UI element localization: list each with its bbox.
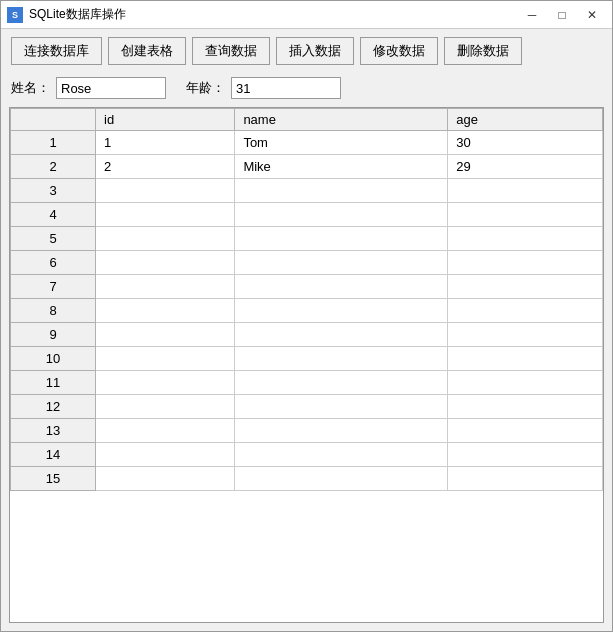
row-number: 12 xyxy=(11,395,96,419)
cell-id xyxy=(96,227,235,251)
cell-age xyxy=(448,275,603,299)
cell-id xyxy=(96,275,235,299)
cell-age xyxy=(448,467,603,491)
table-row: 12 xyxy=(11,395,603,419)
cell-id xyxy=(96,347,235,371)
create-table-button[interactable]: 创建表格 xyxy=(108,37,186,65)
row-number: 2 xyxy=(11,155,96,179)
cell-age xyxy=(448,179,603,203)
cell-id xyxy=(96,395,235,419)
row-number: 1 xyxy=(11,131,96,155)
main-window: S SQLite数据库操作 ─ □ ✕ 连接数据库 创建表格 查询数据 插入数据… xyxy=(0,0,613,632)
row-number: 3 xyxy=(11,179,96,203)
data-table-container: id name age 1 1 Tom 30 2 2 Mike 29 3 4 xyxy=(9,107,604,623)
name-group: 姓名： xyxy=(11,77,166,99)
row-number: 8 xyxy=(11,299,96,323)
window-controls: ─ □ ✕ xyxy=(518,4,606,26)
cell-id xyxy=(96,251,235,275)
table-row: 11 xyxy=(11,371,603,395)
name-label: 姓名： xyxy=(11,79,50,97)
table-row: 15 xyxy=(11,467,603,491)
row-number: 6 xyxy=(11,251,96,275)
cell-name xyxy=(235,179,448,203)
query-data-button[interactable]: 查询数据 xyxy=(192,37,270,65)
cell-name xyxy=(235,443,448,467)
table-row: 8 xyxy=(11,299,603,323)
cell-id: 1 xyxy=(96,131,235,155)
table-header-row: id name age xyxy=(11,109,603,131)
cell-age xyxy=(448,227,603,251)
row-num-header xyxy=(11,109,96,131)
modify-data-button[interactable]: 修改数据 xyxy=(360,37,438,65)
form-row: 姓名： 年龄： xyxy=(1,73,612,107)
cell-id xyxy=(96,299,235,323)
cell-age xyxy=(448,299,603,323)
row-number: 15 xyxy=(11,467,96,491)
app-icon: S xyxy=(7,7,23,23)
cell-name xyxy=(235,251,448,275)
cell-name xyxy=(235,395,448,419)
header-name: name xyxy=(235,109,448,131)
cell-name xyxy=(235,467,448,491)
age-group: 年龄： xyxy=(186,77,341,99)
minimize-button[interactable]: ─ xyxy=(518,4,546,26)
delete-data-button[interactable]: 删除数据 xyxy=(444,37,522,65)
cell-id xyxy=(96,179,235,203)
table-row: 5 xyxy=(11,227,603,251)
header-id: id xyxy=(96,109,235,131)
cell-age xyxy=(448,419,603,443)
name-input[interactable] xyxy=(56,77,166,99)
cell-age xyxy=(448,443,603,467)
cell-name xyxy=(235,299,448,323)
table-row: 14 xyxy=(11,443,603,467)
table-row: 3 xyxy=(11,179,603,203)
cell-age xyxy=(448,395,603,419)
table-row: 1 1 Tom 30 xyxy=(11,131,603,155)
cell-age xyxy=(448,203,603,227)
table-body: 1 1 Tom 30 2 2 Mike 29 3 4 5 6 xyxy=(11,131,603,491)
title-bar: S SQLite数据库操作 ─ □ ✕ xyxy=(1,1,612,29)
cell-id xyxy=(96,203,235,227)
table-row: 7 xyxy=(11,275,603,299)
table-row: 4 xyxy=(11,203,603,227)
cell-age xyxy=(448,371,603,395)
close-button[interactable]: ✕ xyxy=(578,4,606,26)
row-number: 11 xyxy=(11,371,96,395)
row-number: 10 xyxy=(11,347,96,371)
cell-id xyxy=(96,419,235,443)
row-number: 4 xyxy=(11,203,96,227)
cell-id xyxy=(96,371,235,395)
table-row: 2 2 Mike 29 xyxy=(11,155,603,179)
maximize-button[interactable]: □ xyxy=(548,4,576,26)
row-number: 14 xyxy=(11,443,96,467)
cell-name xyxy=(235,275,448,299)
cell-name xyxy=(235,347,448,371)
table-row: 13 xyxy=(11,419,603,443)
toolbar: 连接数据库 创建表格 查询数据 插入数据 修改数据 删除数据 xyxy=(1,29,612,73)
cell-name: Mike xyxy=(235,155,448,179)
cell-id: 2 xyxy=(96,155,235,179)
row-number: 13 xyxy=(11,419,96,443)
window-title: SQLite数据库操作 xyxy=(29,6,518,23)
cell-name xyxy=(235,323,448,347)
cell-age: 29 xyxy=(448,155,603,179)
table-row: 9 xyxy=(11,323,603,347)
insert-data-button[interactable]: 插入数据 xyxy=(276,37,354,65)
cell-age xyxy=(448,323,603,347)
header-age: age xyxy=(448,109,603,131)
table-row: 6 xyxy=(11,251,603,275)
age-input[interactable] xyxy=(231,77,341,99)
cell-id xyxy=(96,323,235,347)
table-row: 10 xyxy=(11,347,603,371)
row-number: 7 xyxy=(11,275,96,299)
connect-db-button[interactable]: 连接数据库 xyxy=(11,37,102,65)
cell-id xyxy=(96,467,235,491)
cell-age xyxy=(448,251,603,275)
age-label: 年龄： xyxy=(186,79,225,97)
cell-age xyxy=(448,347,603,371)
cell-name xyxy=(235,227,448,251)
row-number: 9 xyxy=(11,323,96,347)
data-table: id name age 1 1 Tom 30 2 2 Mike 29 3 4 xyxy=(10,108,603,491)
cell-name xyxy=(235,419,448,443)
cell-id xyxy=(96,443,235,467)
